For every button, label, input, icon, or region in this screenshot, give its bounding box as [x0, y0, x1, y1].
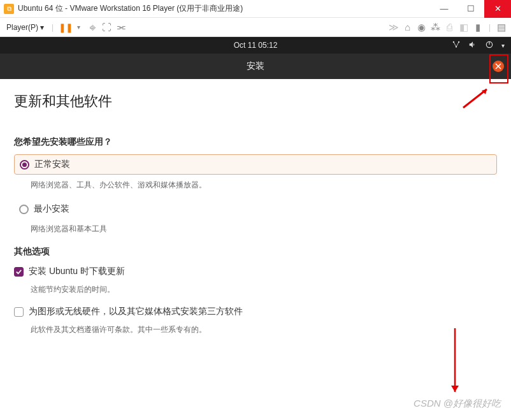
radio-icon — [19, 205, 29, 214]
page-title: 更新和其他软件 — [14, 92, 497, 111]
vmware-toolbar: Player(P) ▾ | ❚❚ ▾ ⎆ ⛶ ⫘ ≫ ⌂ ◉ ⁂ ⎙ ◧ ▮ |… — [0, 18, 511, 37]
unity-icon[interactable]: ⫘ — [115, 22, 126, 33]
minimal-install-desc: 网络浏览器和基本工具 — [31, 224, 497, 235]
vmware-title-text: Ubuntu 64 位 - VMware Workstation 16 Play… — [18, 3, 431, 14]
pause-icon[interactable]: ❚❚ — [59, 22, 70, 33]
settings-icon[interactable]: ▤ — [496, 22, 507, 33]
download-updates-checkbox[interactable]: 安装 Ubuntu 时下载更新 — [14, 264, 497, 279]
radio-icon — [20, 160, 29, 170]
fullscreen-icon[interactable]: ⛶ — [101, 22, 112, 33]
dropdown-icon: ▾ — [40, 23, 44, 32]
checkbox-icon — [14, 307, 24, 317]
third-party-desc: 此软件及其文档遵循许可条款。其中一些系专有的。 — [31, 324, 497, 335]
printer-icon[interactable]: ⎙ — [444, 22, 456, 33]
download-updates-label: 安装 Ubuntu 时下载更新 — [29, 266, 125, 277]
fast-forward-icon[interactable]: ≫ — [388, 22, 399, 33]
system-tray[interactable]: ▾ — [452, 40, 505, 51]
usb-icon[interactable]: ▮ — [472, 22, 484, 33]
install-type-question: 您希望先安装哪些应用？ — [14, 136, 497, 148]
win-maximize-button[interactable]: ☐ — [457, 0, 484, 18]
send-ctrl-alt-del-icon[interactable]: ⎆ — [87, 22, 98, 33]
chevron-down-icon[interactable]: ▾ — [501, 42, 505, 49]
normal-install-label: 正常安装 — [34, 159, 70, 170]
installer-content: 更新和其他软件 您希望先安装哪些应用？ 正常安装 网络浏览器、工具、办公软件、游… — [0, 79, 511, 357]
installer-title: 安装 — [247, 61, 264, 72]
checkbox-icon — [14, 267, 24, 277]
vmware-icon: ⧉ — [4, 4, 14, 14]
watermark-text: CSDN @好像很好吃 — [414, 398, 501, 410]
datetime-label[interactable]: Oct 11 05:12 — [234, 41, 278, 50]
power-icon[interactable] — [485, 40, 494, 51]
network-icon[interactable]: ⁂ — [430, 22, 442, 33]
sound-icon[interactable]: ◧ — [458, 22, 470, 33]
cd-icon[interactable]: ◉ — [416, 22, 428, 33]
installer-header: 安装 — [0, 54, 511, 79]
vmware-titlebar: ⧉ Ubuntu 64 位 - VMware Workstation 16 Pl… — [0, 0, 511, 18]
normal-install-desc: 网络浏览器、工具、办公软件、游戏和媒体播放器。 — [31, 180, 497, 191]
volume-icon[interactable] — [468, 40, 477, 51]
dropdown-icon[interactable]: ▾ — [73, 24, 84, 31]
download-updates-desc: 这能节约安装后的时间。 — [31, 284, 497, 295]
normal-install-radio[interactable]: 正常安装 — [14, 154, 497, 175]
player-menu-label: Player(P) — [6, 23, 38, 32]
third-party-checkbox[interactable]: 为图形或无线硬件，以及其它媒体格式安装第三方软件 — [14, 304, 497, 319]
win-minimize-button[interactable]: — — [431, 0, 457, 18]
other-options-heading: 其他选项 — [14, 246, 497, 257]
player-menu-button[interactable]: Player(P) ▾ — [4, 22, 47, 33]
win-close-button[interactable]: ✕ — [484, 0, 511, 18]
minimal-install-label: 最小安装 — [34, 203, 69, 215]
third-party-label: 为图形或无线硬件，以及其它媒体格式安装第三方软件 — [29, 306, 243, 317]
installer-close-button[interactable] — [493, 61, 504, 72]
minimal-install-radio[interactable]: 最小安装 — [14, 199, 497, 219]
network-icon[interactable] — [452, 40, 461, 51]
disk-icon[interactable]: ⌂ — [402, 22, 414, 33]
install-type-group: 正常安装 网络浏览器、工具、办公软件、游戏和媒体播放器。 最小安装 网络浏览器和… — [14, 154, 497, 235]
toolbar-separator: | — [489, 23, 491, 32]
toolbar-separator: | — [52, 23, 54, 32]
ubuntu-top-panel: Oct 11 05:12 ▾ — [0, 37, 511, 54]
